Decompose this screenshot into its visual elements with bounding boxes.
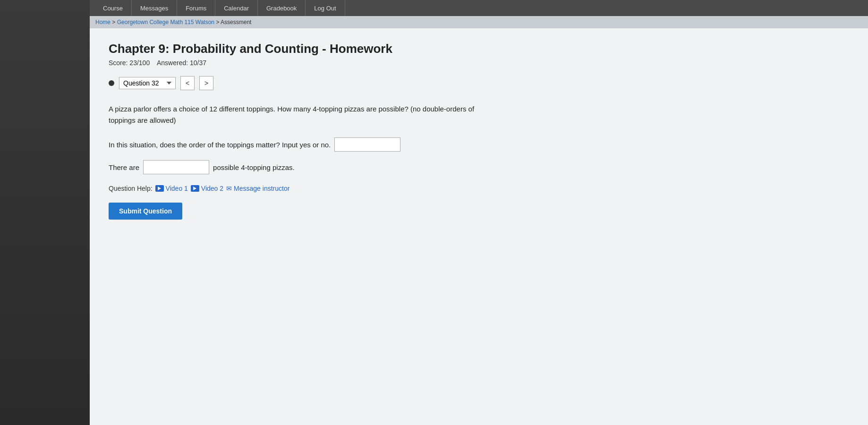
- page-title: Chapter 9: Probability and Counting - Ho…: [109, 42, 849, 56]
- nav-tab-forums[interactable]: Forums: [177, 0, 215, 16]
- nav-bar: Course Messages Forums Calendar Gradeboo…: [90, 0, 868, 16]
- question-selector[interactable]: Question 32: [119, 77, 176, 89]
- part1-input[interactable]: [334, 137, 400, 152]
- part1-prompt: In this situation, does the order of the…: [109, 141, 331, 149]
- nav-tab-course[interactable]: Course: [94, 0, 132, 16]
- video1-link[interactable]: Video 1: [155, 185, 188, 192]
- nav-tab-logout[interactable]: Log Out: [306, 0, 345, 16]
- video2-icon: [191, 185, 199, 192]
- video2-label: Video 2: [201, 185, 223, 192]
- breadcrumb-sep1: >: [112, 19, 117, 26]
- nav-tab-calendar[interactable]: Calendar: [215, 0, 258, 16]
- content-area: Chapter 9: Probability and Counting - Ho…: [90, 28, 868, 425]
- part2-suffix: possible 4-topping pizzas.: [213, 163, 295, 171]
- mail-icon: ✉: [226, 185, 232, 192]
- breadcrumb-sep2: >: [216, 19, 221, 26]
- prev-question-button[interactable]: <: [180, 76, 195, 90]
- breadcrumb: Home > Georgetown College Math 115 Watso…: [90, 16, 868, 28]
- message-instructor-link[interactable]: ✉ Message instructor: [226, 185, 289, 192]
- breadcrumb-current: Assessment: [221, 19, 251, 26]
- submit-question-button[interactable]: Submit Question: [109, 203, 182, 220]
- answer-row-part2: There are possible 4-topping pizzas.: [109, 160, 849, 174]
- help-row: Question Help: Video 1 Video 2 ✉ Message…: [109, 185, 849, 192]
- nav-tab-gradebook[interactable]: Gradebook: [258, 0, 306, 16]
- help-label: Question Help:: [109, 185, 153, 192]
- left-sidebar: [0, 0, 90, 425]
- score-line: Score: 23/100 Answered: 10/37: [109, 59, 849, 67]
- next-question-button[interactable]: >: [199, 76, 213, 90]
- breadcrumb-course-link[interactable]: Georgetown College Math 115 Watson: [117, 19, 214, 26]
- breadcrumb-home-link[interactable]: Home: [95, 19, 111, 26]
- part2-input[interactable]: [143, 160, 209, 174]
- answer-row-part1: In this situation, does the order of the…: [109, 137, 849, 152]
- question-nav: Question 32 < >: [109, 76, 849, 90]
- question-text: A pizza parlor offers a choice of 12 dif…: [109, 103, 486, 126]
- message-instructor-label: Message instructor: [234, 185, 289, 192]
- video1-label: Video 1: [166, 185, 188, 192]
- question-dot: [109, 80, 114, 86]
- answered-value: Answered: 10/37: [157, 59, 206, 67]
- main-area: Course Messages Forums Calendar Gradeboo…: [90, 0, 868, 425]
- part2-prefix: There are: [109, 163, 139, 171]
- score-value: Score: 23/100: [109, 59, 150, 67]
- video1-icon: [155, 185, 164, 192]
- video2-link[interactable]: Video 2: [191, 185, 223, 192]
- nav-tab-messages[interactable]: Messages: [132, 0, 177, 16]
